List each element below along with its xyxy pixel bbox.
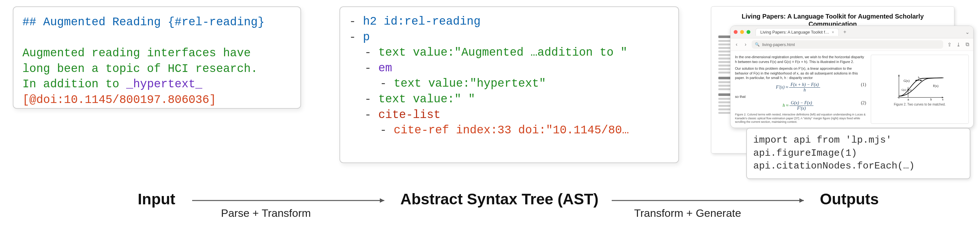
api-line-1: import api from 'lp.mjs' xyxy=(753,135,892,146)
ast-h2-node: h2 xyxy=(363,15,377,28)
eqn1-denominator: h xyxy=(803,88,806,92)
tabs-icon[interactable]: ⧉ xyxy=(964,41,970,48)
api-line-2: api.figureImage(1) xyxy=(753,148,857,158)
flow-ast-label: Abstract Syntax Tree (AST) xyxy=(400,190,598,208)
browser-content: In the one-dimensional registration prob… xyxy=(730,51,973,128)
arrow-2-icon xyxy=(612,197,810,206)
ast-code: - h2 id:rel-reading - p - text value:"Au… xyxy=(349,14,669,138)
ast-text-node-3: text xyxy=(378,93,406,106)
figure-caption-main: Figure 2. Colored terms with nested, int… xyxy=(735,113,866,124)
window-controls[interactable] xyxy=(734,30,750,34)
input-markdown-code: ## Augmented Reading {#rel-reading} Augm… xyxy=(22,15,291,108)
share-icon[interactable]: ⇪ xyxy=(947,41,952,48)
eqn2-tag: (2) xyxy=(861,100,866,106)
md-body-line-1: Augmented reading interfaces have xyxy=(22,47,251,60)
ast-p-node: p xyxy=(363,31,370,44)
article-intro: In the one-dimensional registration prob… xyxy=(735,55,866,64)
curve-h-label: h xyxy=(918,76,920,79)
ast-panel: - h2 id:rel-reading - p - text value:"Au… xyxy=(339,6,679,163)
ast-text-value-2: value:"hypertext" xyxy=(422,77,546,90)
ast-text-node-1: text xyxy=(378,46,406,59)
equation-1: F'(x) ≈ F(x + h) − F(x) h (1) xyxy=(735,82,866,93)
pipeline-flow: Input Parse + Transform Abstract Syntax … xyxy=(102,184,922,235)
ast-em-node: em xyxy=(378,62,392,75)
ast-text-node-2: text xyxy=(394,77,421,90)
maximize-icon[interactable] xyxy=(746,30,750,34)
md-body-line-2: long been a topic of HCI research. xyxy=(22,62,258,76)
eqn2-lhs: h ≈ xyxy=(783,103,790,108)
article-para-2: Our solution to this problem depends on … xyxy=(735,66,866,81)
svg-marker-3 xyxy=(898,74,900,76)
ast-citeref-node: cite-ref xyxy=(394,124,449,137)
article-left: In the one-dimensional registration prob… xyxy=(735,55,866,124)
so-that-text: so that xyxy=(735,95,866,98)
ast-text-value-3: value:" " xyxy=(406,93,475,106)
eqn1-tag: (1) xyxy=(861,82,866,87)
eqn2-numerator: G(x) − F(x) xyxy=(789,100,813,106)
md-heading-text: Augmented Reading xyxy=(43,16,168,29)
browser-tab[interactable]: Living Papers: A Language Toolkit f… × xyxy=(756,28,839,36)
md-heading-marks: ## xyxy=(22,16,43,29)
eqn1-numerator: F(x + h) − F(x) xyxy=(789,82,820,88)
forward-icon[interactable]: › xyxy=(743,41,748,48)
input-markdown-panel: ## Augmented Reading {#rel-reading} Augm… xyxy=(13,6,301,109)
md-em-close: _ xyxy=(196,78,202,91)
svg-marker-6 xyxy=(920,80,922,81)
md-em-open: _ xyxy=(126,78,133,91)
tab-close-icon[interactable]: × xyxy=(832,30,834,35)
article-figure: h G(x) F(x) G(x)−F(x) a b x Figure 2. Tw… xyxy=(871,55,969,124)
md-heading-attr: {#rel-reading} xyxy=(168,16,264,29)
flow-input-label: Input xyxy=(138,190,175,208)
md-body-line-3-prefix: In addition to xyxy=(22,78,126,91)
url-text: living-papers.html xyxy=(762,42,795,47)
browser-titlebar: Living Papers: A Language Toolkit f… × +… xyxy=(730,26,973,38)
flow-step-2: Transform + Generate xyxy=(634,207,741,219)
md-em-text: hypertext xyxy=(133,78,196,91)
curve-f-label: F(x) xyxy=(933,84,939,88)
svg-marker-9 xyxy=(380,198,384,203)
minimize-icon[interactable] xyxy=(740,30,744,34)
ast-text-value-1: value:"Augmented …addition to " xyxy=(406,46,627,59)
curve-g-label: G(x) xyxy=(904,79,910,83)
output-browser-window: Living Papers: A Language Toolkit f… × +… xyxy=(730,25,974,128)
axis-x-label: x xyxy=(942,98,943,101)
new-tab-button[interactable]: + xyxy=(841,29,848,35)
ast-h2-attr: id:rel-reading xyxy=(377,15,480,28)
output-api-snippet: import api from 'lp.mjs' api.figureImage… xyxy=(746,128,970,179)
svg-marker-11 xyxy=(799,198,804,203)
outputs-cluster: Living Papers: A Language Toolkit for Au… xyxy=(708,6,974,185)
md-citation: [@doi:10.1145/800197.806036] xyxy=(22,93,216,106)
axis-a-label: a xyxy=(907,98,909,101)
axis-b-label: b xyxy=(930,98,932,101)
ast-citelist-node: cite-list xyxy=(378,108,441,122)
flow-step-1: Parse + Transform xyxy=(221,207,311,219)
curve-gf-label: G(x)−F(x) xyxy=(901,89,911,92)
flow-outputs-label: Outputs xyxy=(820,190,879,208)
close-icon[interactable] xyxy=(734,30,738,34)
browser-toolbar: ‹ › 🔍 living-papers.html ⇪ ⤓ ⧉ xyxy=(730,38,973,51)
eqn2-denominator: F'(x) xyxy=(797,106,806,111)
figure-2-caption: Figure 2. Two curves to be matched. xyxy=(894,103,946,106)
url-bar[interactable]: 🔍 living-papers.html xyxy=(752,40,943,49)
ast-citeref-attr: index:33 doi:"10.1145/80… xyxy=(449,124,629,137)
back-icon[interactable]: ‹ xyxy=(734,41,740,48)
lock-icon: 🔍 xyxy=(755,42,760,47)
api-code: import api from 'lp.mjs' api.figureImage… xyxy=(753,134,963,173)
chevron-down-icon[interactable]: ⌄ xyxy=(964,29,970,35)
curves-plot-icon: h G(x) F(x) G(x)−F(x) a b x xyxy=(873,73,967,101)
arrow-1-icon xyxy=(192,197,391,206)
download-icon[interactable]: ⤓ xyxy=(955,41,961,48)
eqn1-lhs: F'(x) ≈ xyxy=(776,85,789,90)
tab-title: Living Papers: A Language Toolkit f… xyxy=(760,30,829,35)
equation-2: h ≈ G(x) − F(x) F'(x) (2) xyxy=(735,100,866,111)
api-line-3: api.citationNodes.forEach(…) xyxy=(753,160,915,171)
